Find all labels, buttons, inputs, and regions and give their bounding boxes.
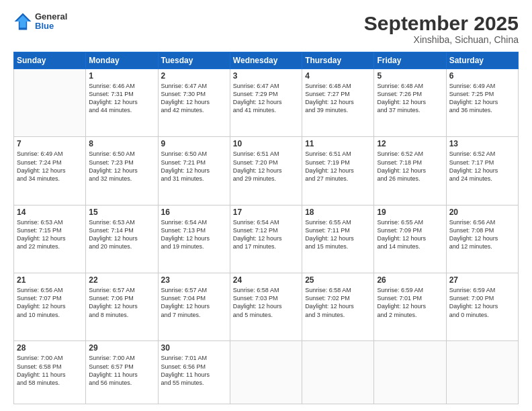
logo-text: General Blue: [35, 12, 67, 32]
calendar-cell: 4Sunrise: 6:48 AM Sunset: 7:27 PM Daylig…: [302, 69, 374, 137]
cell-content: Sunrise: 6:46 AM Sunset: 7:31 PM Dayligh…: [89, 82, 154, 115]
calendar-cell: 1Sunrise: 6:46 AM Sunset: 7:31 PM Daylig…: [86, 69, 158, 137]
day-number: 28: [17, 343, 83, 353]
day-number: 3: [233, 71, 299, 81]
cell-content: Sunrise: 6:51 AM Sunset: 7:19 PM Dayligh…: [305, 150, 371, 183]
calendar-cell: 28Sunrise: 7:00 AM Sunset: 6:58 PM Dayli…: [14, 341, 86, 404]
cell-content: Sunrise: 6:57 AM Sunset: 7:04 PM Dayligh…: [161, 286, 227, 319]
day-number: 13: [449, 139, 515, 148]
calendar-cell: 13Sunrise: 6:52 AM Sunset: 7:17 PM Dayli…: [446, 137, 518, 205]
day-number: 26: [377, 275, 443, 285]
cell-content: Sunrise: 6:48 AM Sunset: 7:27 PM Dayligh…: [305, 82, 371, 115]
calendar-cell: 11Sunrise: 6:51 AM Sunset: 7:19 PM Dayli…: [302, 137, 374, 205]
calendar-cell: 18Sunrise: 6:55 AM Sunset: 7:11 PM Dayli…: [302, 205, 374, 273]
day-number: 15: [89, 208, 154, 217]
cell-content: Sunrise: 6:58 AM Sunset: 7:03 PM Dayligh…: [233, 286, 299, 319]
week-row-1: 1Sunrise: 6:46 AM Sunset: 7:31 PM Daylig…: [14, 69, 519, 137]
day-number: 23: [161, 275, 227, 285]
day-number: 21: [17, 275, 83, 285]
calendar-cell: [374, 341, 446, 404]
calendar-cell: 16Sunrise: 6:54 AM Sunset: 7:13 PM Dayli…: [158, 205, 230, 273]
logo-general: General: [35, 12, 67, 21]
cell-content: Sunrise: 6:56 AM Sunset: 7:08 PM Dayligh…: [449, 218, 515, 251]
day-number: 5: [377, 71, 443, 81]
cell-content: Sunrise: 6:47 AM Sunset: 7:29 PM Dayligh…: [233, 82, 299, 115]
calendar-cell: 9Sunrise: 6:50 AM Sunset: 7:21 PM Daylig…: [158, 137, 230, 205]
day-number: 11: [305, 139, 371, 148]
day-number: 10: [233, 139, 299, 148]
cell-content: Sunrise: 6:50 AM Sunset: 7:21 PM Dayligh…: [161, 150, 227, 183]
day-number: 22: [89, 275, 154, 285]
calendar-cell: 14Sunrise: 6:53 AM Sunset: 7:15 PM Dayli…: [14, 205, 86, 273]
day-number: 19: [377, 208, 443, 217]
logo: General Blue: [13, 12, 67, 32]
day-number: 17: [233, 208, 299, 217]
calendar-cell: 26Sunrise: 6:59 AM Sunset: 7:01 PM Dayli…: [374, 273, 446, 341]
day-number: 9: [161, 139, 227, 148]
calendar-header-row: SundayMondayTuesdayWednesdayThursdayFrid…: [14, 52, 519, 69]
calendar-cell: [446, 341, 518, 404]
cell-content: Sunrise: 6:55 AM Sunset: 7:09 PM Dayligh…: [377, 218, 443, 251]
calendar-cell: [14, 69, 86, 137]
cell-content: Sunrise: 7:00 AM Sunset: 6:57 PM Dayligh…: [89, 354, 154, 387]
col-header-friday: Friday: [374, 52, 446, 69]
cell-content: Sunrise: 6:56 AM Sunset: 7:07 PM Dayligh…: [17, 286, 83, 319]
cell-content: Sunrise: 6:55 AM Sunset: 7:11 PM Dayligh…: [305, 218, 371, 251]
day-number: 6: [449, 71, 515, 81]
cell-content: Sunrise: 6:50 AM Sunset: 7:23 PM Dayligh…: [89, 150, 154, 183]
cell-content: Sunrise: 6:54 AM Sunset: 7:12 PM Dayligh…: [233, 218, 299, 251]
cell-content: Sunrise: 6:59 AM Sunset: 7:01 PM Dayligh…: [377, 286, 443, 319]
cell-content: Sunrise: 6:47 AM Sunset: 7:30 PM Dayligh…: [161, 82, 227, 115]
calendar-cell: 20Sunrise: 6:56 AM Sunset: 7:08 PM Dayli…: [446, 205, 518, 273]
day-number: 4: [305, 71, 371, 81]
week-row-4: 21Sunrise: 6:56 AM Sunset: 7:07 PM Dayli…: [14, 273, 519, 341]
col-header-saturday: Saturday: [446, 52, 518, 69]
day-number: 16: [161, 208, 227, 217]
calendar-cell: 19Sunrise: 6:55 AM Sunset: 7:09 PM Dayli…: [374, 205, 446, 273]
day-number: 14: [17, 208, 83, 217]
day-number: 20: [449, 208, 515, 217]
calendar-cell: 6Sunrise: 6:49 AM Sunset: 7:25 PM Daylig…: [446, 69, 518, 137]
day-number: 30: [161, 343, 227, 353]
col-header-wednesday: Wednesday: [230, 52, 302, 69]
cell-content: Sunrise: 6:59 AM Sunset: 7:00 PM Dayligh…: [449, 286, 515, 319]
calendar-cell: 23Sunrise: 6:57 AM Sunset: 7:04 PM Dayli…: [158, 273, 230, 341]
cell-content: Sunrise: 6:54 AM Sunset: 7:13 PM Dayligh…: [161, 218, 227, 251]
cell-content: Sunrise: 6:51 AM Sunset: 7:20 PM Dayligh…: [233, 150, 299, 183]
day-number: 24: [233, 275, 299, 285]
cell-content: Sunrise: 7:00 AM Sunset: 6:58 PM Dayligh…: [17, 354, 83, 387]
col-header-thursday: Thursday: [302, 52, 374, 69]
cell-content: Sunrise: 6:49 AM Sunset: 7:24 PM Dayligh…: [17, 150, 83, 183]
day-number: 18: [305, 208, 371, 217]
calendar-cell: 10Sunrise: 6:51 AM Sunset: 7:20 PM Dayli…: [230, 137, 302, 205]
calendar-cell: 7Sunrise: 6:49 AM Sunset: 7:24 PM Daylig…: [14, 137, 86, 205]
col-header-tuesday: Tuesday: [158, 52, 230, 69]
calendar-cell: 15Sunrise: 6:53 AM Sunset: 7:14 PM Dayli…: [86, 205, 158, 273]
calendar-cell: 5Sunrise: 6:48 AM Sunset: 7:26 PM Daylig…: [374, 69, 446, 137]
calendar-table: SundayMondayTuesdayWednesdayThursdayFrid…: [13, 52, 519, 404]
day-number: 12: [377, 139, 443, 148]
day-number: 1: [89, 71, 154, 81]
page: General Blue September 2025 Xinshiba, Si…: [0, 0, 532, 411]
calendar-cell: 17Sunrise: 6:54 AM Sunset: 7:12 PM Dayli…: [230, 205, 302, 273]
calendar-cell: 25Sunrise: 6:58 AM Sunset: 7:02 PM Dayli…: [302, 273, 374, 341]
month-year: September 2025: [364, 12, 519, 34]
cell-content: Sunrise: 6:53 AM Sunset: 7:15 PM Dayligh…: [17, 218, 83, 251]
calendar-cell: 29Sunrise: 7:00 AM Sunset: 6:57 PM Dayli…: [86, 341, 158, 404]
calendar-cell: 24Sunrise: 6:58 AM Sunset: 7:03 PM Dayli…: [230, 273, 302, 341]
cell-content: Sunrise: 6:58 AM Sunset: 7:02 PM Dayligh…: [305, 286, 371, 319]
cell-content: Sunrise: 7:01 AM Sunset: 6:56 PM Dayligh…: [161, 354, 227, 387]
logo-blue: Blue: [35, 21, 67, 31]
day-number: 7: [17, 139, 83, 148]
day-number: 25: [305, 275, 371, 285]
cell-content: Sunrise: 6:52 AM Sunset: 7:18 PM Dayligh…: [377, 150, 443, 183]
cell-content: Sunrise: 6:52 AM Sunset: 7:17 PM Dayligh…: [449, 150, 515, 183]
calendar-cell: 21Sunrise: 6:56 AM Sunset: 7:07 PM Dayli…: [14, 273, 86, 341]
cell-content: Sunrise: 6:49 AM Sunset: 7:25 PM Dayligh…: [449, 82, 515, 115]
header: General Blue September 2025 Xinshiba, Si…: [13, 12, 519, 45]
day-number: 29: [89, 343, 154, 353]
day-number: 8: [89, 139, 154, 148]
day-number: 2: [161, 71, 227, 81]
cell-content: Sunrise: 6:53 AM Sunset: 7:14 PM Dayligh…: [89, 218, 154, 251]
day-number: 27: [449, 275, 515, 285]
